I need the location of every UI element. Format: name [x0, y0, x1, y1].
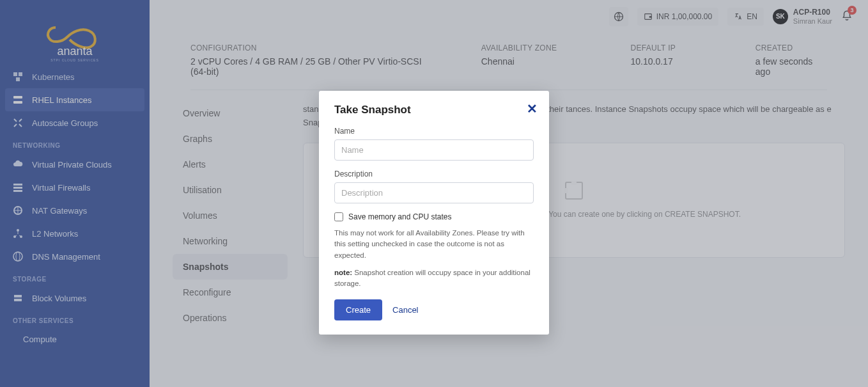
modal-note: note: Snapshot creation will occupy spac…	[334, 267, 534, 290]
cancel-button[interactable]: Cancel	[392, 305, 418, 315]
create-button[interactable]: Create	[334, 299, 382, 320]
modal-title: Take Snapshot	[334, 104, 534, 116]
save-memory-label: Save memory and CPU states	[348, 212, 451, 221]
name-input[interactable]	[334, 139, 534, 161]
modal-overlay[interactable]: Take Snapshot ✕ Name Description Save me…	[0, 0, 868, 387]
description-input[interactable]	[334, 182, 534, 203]
save-memory-row[interactable]: Save memory and CPU states	[334, 212, 534, 221]
modal-warning: This may not work for all Availability Z…	[334, 228, 534, 261]
description-label: Description	[334, 170, 534, 178]
save-memory-checkbox[interactable]	[334, 212, 343, 221]
take-snapshot-modal: Take Snapshot ✕ Name Description Save me…	[319, 91, 549, 335]
close-icon[interactable]: ✕	[527, 101, 538, 116]
name-label: Name	[334, 127, 534, 136]
